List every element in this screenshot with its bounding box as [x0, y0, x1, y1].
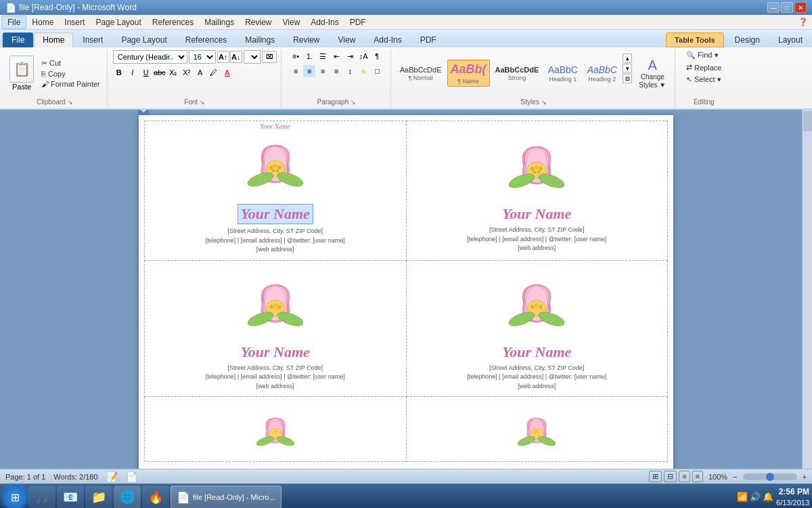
decrease-indent-button[interactable]: ⇤ — [330, 50, 342, 62]
align-right-button[interactable]: ≡ — [317, 65, 329, 77]
minimize-button[interactable]: — — [767, 2, 780, 13]
font-name-select[interactable]: Century (Headir... — [113, 50, 187, 64]
taskbar-app-email[interactable]: 📧 — [57, 486, 84, 508]
card-cell-1-0[interactable]: Your Name [Street Address, City, ST ZIP … — [145, 260, 407, 397]
full-screen-btn[interactable]: ⊟ — [664, 471, 677, 482]
multilevel-button[interactable]: ☰ — [317, 50, 329, 62]
menu-mailings[interactable]: Mailings — [199, 16, 240, 28]
style-name[interactable]: AaBb( ¶ Name — [447, 60, 490, 86]
title-bar-controls[interactable]: — □ ✕ — [767, 2, 807, 13]
find-button[interactable]: 🔍 Find ▾ — [683, 50, 721, 60]
align-center-button[interactable]: ≡ — [303, 65, 315, 77]
style-strong[interactable]: AaBbCcDdE Strong — [492, 63, 543, 83]
taskbar-app-ie[interactable]: 🌐 — [114, 486, 141, 508]
font-size-select[interactable]: 16 — [189, 50, 216, 64]
clear-format-button[interactable]: ⌧ — [262, 51, 277, 63]
tab-layout[interactable]: Layout — [769, 33, 811, 47]
menu-page-layout[interactable]: Page Layout — [90, 16, 146, 28]
font-shrink-button[interactable]: A↓ — [230, 51, 242, 63]
card-name-1-0[interactable]: Your Name — [241, 343, 310, 361]
taskbar-app-music[interactable]: 🎵 — [28, 486, 55, 508]
maximize-button[interactable]: □ — [781, 2, 793, 13]
zoom-minus-button[interactable]: − — [733, 473, 737, 481]
close-button[interactable]: ✕ — [794, 2, 807, 13]
taskbar-app-folder[interactable]: 📁 — [85, 486, 112, 508]
style-heading2[interactable]: AaBbC Heading 2 — [583, 62, 621, 85]
tab-file[interactable]: File — [3, 33, 33, 47]
styles-scroll-down[interactable]: ▼ — [623, 64, 632, 73]
taskbar-word-button[interactable]: 📄 file [Read-Only] - Micro... — [171, 486, 281, 508]
tab-view[interactable]: View — [330, 33, 365, 47]
track-changes-icon[interactable]: 📝 — [106, 471, 118, 482]
tab-mailings[interactable]: Mailings — [236, 33, 284, 47]
replace-button[interactable]: ⇄ Replace — [683, 62, 724, 72]
justify-button[interactable]: ≡ — [330, 65, 342, 77]
move-handle[interactable]: ✥ — [138, 110, 149, 115]
highlight-button[interactable]: 🖊 — [208, 66, 220, 79]
zoom-slider[interactable] — [743, 473, 797, 480]
styles-scroll[interactable]: ▲ ▼ ⊡ — [623, 54, 632, 93]
tab-home[interactable]: Home — [34, 33, 73, 47]
document-view-icon[interactable]: 📄 — [126, 471, 137, 482]
style-heading1[interactable]: AaBbC Heading 1 — [544, 62, 581, 85]
menu-add-ins[interactable]: Add-Ins — [305, 16, 344, 28]
format-painter-button[interactable]: 🖌 Format Painter — [39, 79, 103, 89]
menu-file[interactable]: File — [1, 16, 26, 29]
strikethrough-button[interactable]: abc — [154, 66, 166, 79]
text-effect-button[interactable]: A — [194, 66, 206, 79]
tab-page-layout[interactable]: Page Layout — [112, 33, 175, 47]
card-name-0-0[interactable]: Your Name — [238, 204, 313, 224]
numbering-button[interactable]: 1. — [303, 50, 315, 62]
card-name-0-1[interactable]: Your Name — [502, 205, 571, 223]
notification-icon[interactable]: 🔔 — [763, 492, 773, 502]
tab-pdf[interactable]: PDF — [411, 33, 445, 47]
tab-add-ins[interactable]: Add-Ins — [365, 33, 410, 47]
case-select[interactable]: Aa — [244, 50, 261, 64]
paste-button[interactable]: 📋 Paste — [7, 54, 37, 92]
superscript-button[interactable]: X² — [181, 66, 193, 79]
taskbar-app-firefox[interactable]: 🔥 — [142, 486, 169, 508]
start-button[interactable]: ⊞ — [3, 485, 27, 508]
menu-review[interactable]: Review — [240, 16, 277, 28]
font-color-button[interactable]: A — [221, 66, 233, 79]
tab-references[interactable]: References — [177, 33, 235, 47]
card-name-1-1[interactable]: Your Name — [502, 343, 571, 361]
underline-button[interactable]: U — [140, 66, 152, 79]
card-cell-0-1[interactable]: Your Name [Street Address, City, ST ZIP … — [406, 121, 668, 261]
show-hide-button[interactable]: ¶ — [371, 50, 383, 62]
style-normal[interactable]: AaBbCcDdE ¶ Normal — [397, 63, 445, 83]
sort-button[interactable]: ↕A — [357, 50, 369, 62]
subscript-button[interactable]: X₂ — [167, 66, 179, 79]
menu-references[interactable]: References — [147, 16, 199, 28]
shading-button[interactable]: ■ — [357, 65, 369, 77]
borders-button[interactable]: □ — [371, 65, 383, 77]
bold-button[interactable]: B — [113, 66, 125, 79]
change-styles-button[interactable]: A ChangeStyles ▼ — [634, 56, 671, 91]
increase-indent-button[interactable]: ⇥ — [344, 50, 356, 62]
font-grow-button[interactable]: A↑ — [217, 51, 229, 63]
help-icon[interactable]: ❓ — [796, 18, 811, 26]
card-cell-2-1[interactable] — [406, 397, 668, 462]
volume-icon[interactable]: 🔊 — [750, 492, 761, 502]
cut-button[interactable]: ✂ Cut — [39, 58, 103, 68]
card-cell-2-0[interactable] — [145, 397, 407, 462]
system-clock[interactable]: 2:56 PM 6/13/2013 — [776, 487, 809, 507]
italic-button[interactable]: I — [127, 66, 139, 79]
tab-design[interactable]: Design — [726, 33, 769, 47]
styles-expand[interactable]: ⊡ — [623, 74, 632, 83]
scrollbar-right[interactable] — [802, 110, 812, 469]
zoom-plus-button[interactable]: + — [803, 473, 807, 481]
scrollbar-thumb[interactable] — [803, 111, 812, 131]
styles-scroll-up[interactable]: ▲ — [623, 54, 632, 63]
menu-view[interactable]: View — [277, 16, 306, 28]
web-layout-btn[interactable]: ≡ — [679, 471, 690, 482]
menu-pdf[interactable]: PDF — [344, 16, 371, 28]
line-spacing-button[interactable]: ↕ — [344, 65, 356, 77]
print-layout-btn[interactable]: ⊞ — [649, 471, 662, 482]
select-button[interactable]: ↖ Select ▾ — [683, 75, 724, 85]
menu-insert[interactable]: Insert — [59, 16, 90, 28]
align-left-button[interactable]: ≡ — [290, 65, 302, 77]
card-cell-0-0[interactable]: Your Name — [145, 121, 407, 261]
bullets-button[interactable]: ≡• — [290, 50, 302, 62]
network-icon[interactable]: 📶 — [737, 492, 748, 502]
